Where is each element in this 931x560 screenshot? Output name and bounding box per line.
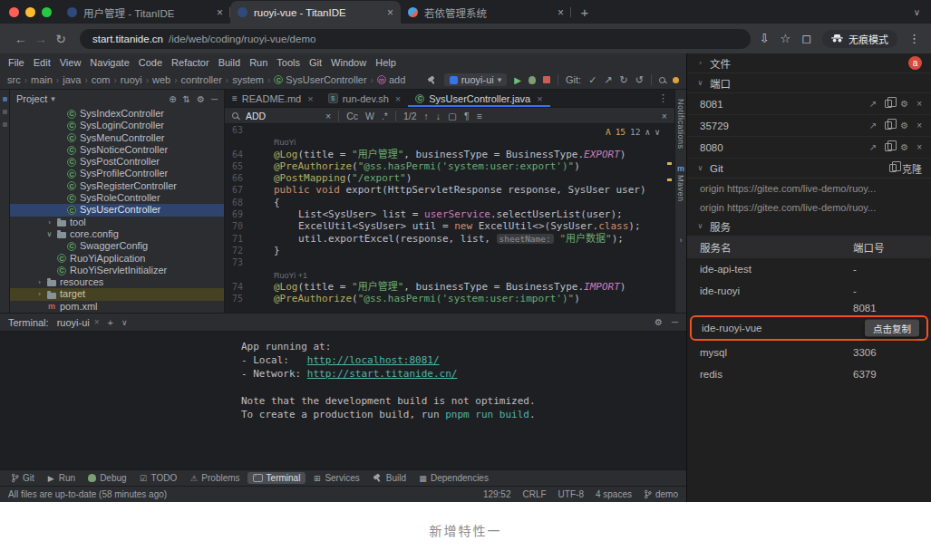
gear-icon[interactable]: ⚙ xyxy=(900,99,908,109)
bookmark-star-icon[interactable]: ☆ xyxy=(781,32,791,45)
service-row[interactable]: ide-ruoyi- xyxy=(687,280,931,302)
tree-item[interactable]: CRuoYiApplication xyxy=(10,253,224,265)
close-icon[interactable]: × xyxy=(916,99,922,109)
build-project-icon[interactable] xyxy=(427,75,437,85)
tree-item[interactable]: mpom.xml xyxy=(10,301,224,313)
maximize-window-button[interactable] xyxy=(42,7,52,17)
menu-item-run[interactable]: Run xyxy=(245,57,272,68)
section-files[interactable]: › 文件 a xyxy=(687,53,931,73)
menu-item-edit[interactable]: Edit xyxy=(29,57,55,68)
more-icon[interactable]: ⋮ xyxy=(652,90,674,107)
close-icon[interactable]: × xyxy=(916,142,922,152)
git-rollback-icon[interactable]: ↺ xyxy=(635,74,644,86)
forward-button[interactable]: → xyxy=(31,32,51,46)
prev-inspection-icon[interactable]: ∧ xyxy=(645,127,651,137)
git-branch[interactable]: demo xyxy=(644,489,678,499)
git-remote-row[interactable]: origin https://gitee.com/live-demo/ruoy.… xyxy=(687,198,931,217)
terminal-tab[interactable]: ruoyi-ui × xyxy=(57,317,100,328)
inspection-widget[interactable]: A 15 12 ∧ ∨ xyxy=(606,127,660,137)
tree-item[interactable]: CRuoYiServletInitializer xyxy=(10,265,224,276)
breadcrumb-item[interactable]: ruoyi xyxy=(121,74,142,85)
copy-icon[interactable] xyxy=(885,143,892,151)
tool-button-dependencies[interactable]: ▦Dependencies xyxy=(413,472,494,484)
hide-panel-icon[interactable]: ─ xyxy=(211,94,218,104)
project-stripe-icon[interactable] xyxy=(3,97,7,101)
port-row[interactable]: 8080↗⚙× xyxy=(687,137,931,159)
whole-words-toggle[interactable]: W xyxy=(365,111,374,121)
reload-button[interactable]: ↻ xyxy=(51,32,71,46)
pilcrow-icon[interactable]: ¶ xyxy=(464,111,470,121)
notification-dot[interactable] xyxy=(673,77,679,83)
browser-tab[interactable]: ruoyi-vue - TitanIDE× xyxy=(230,1,401,24)
search-everywhere-icon[interactable] xyxy=(659,77,665,83)
clone-button[interactable]: 克隆 xyxy=(889,161,922,176)
terminal-output[interactable]: App running at:- Local: http://localhost… xyxy=(0,332,686,421)
tree-item[interactable]: ›target xyxy=(10,288,224,300)
tree-item[interactable]: CSwaggerConfig xyxy=(10,240,224,252)
port-row[interactable]: 35729↗⚙× xyxy=(687,115,931,137)
regex-toggle[interactable]: .* xyxy=(382,111,388,121)
commit-stripe-icon[interactable] xyxy=(3,110,7,114)
menu-item-refactor[interactable]: Refactor xyxy=(167,57,214,68)
close-icon[interactable]: × xyxy=(395,93,401,104)
indent-setting[interactable]: 4 spaces xyxy=(596,489,632,499)
tool-button-todo[interactable]: ☑TODO xyxy=(134,472,183,484)
encoding[interactable]: UTF-8 xyxy=(558,489,584,499)
menu-item-help[interactable]: Help xyxy=(371,57,401,68)
open-external-icon[interactable]: ↗ xyxy=(869,121,877,130)
next-inspection-icon[interactable]: ∨ xyxy=(655,127,660,137)
tree-item[interactable]: CSysUserController xyxy=(10,204,224,216)
close-icon[interactable]: × xyxy=(537,93,542,104)
breadcrumb-member[interactable]: madd xyxy=(377,74,405,85)
terminal-dropdown-icon[interactable]: ∨ xyxy=(121,318,128,327)
gear-icon[interactable]: ⚙ xyxy=(655,317,663,327)
browser-tab[interactable]: 用户管理 - TitanIDE× xyxy=(60,1,230,24)
close-icon[interactable]: × xyxy=(307,93,313,104)
copy-icon[interactable] xyxy=(885,121,892,130)
tool-button-run[interactable]: ▶Run xyxy=(42,472,81,484)
menu-item-window[interactable]: Window xyxy=(326,57,371,68)
tree-item[interactable]: CSysProfileController xyxy=(10,168,224,179)
git-remote-row[interactable]: origin https://gitee.com/live-demo/ruoy.… xyxy=(687,179,931,198)
close-icon[interactable]: × xyxy=(94,317,100,327)
menu-item-navigate[interactable]: Navigate xyxy=(85,57,133,68)
tree-item[interactable]: ›tool xyxy=(10,217,224,228)
caret-position[interactable]: 129:52 xyxy=(483,489,511,499)
breadcrumb-item[interactable]: java xyxy=(63,74,81,85)
service-row[interactable]: ide-ruoyi-vue点击复制 xyxy=(690,315,928,341)
run-button[interactable]: ▶ xyxy=(514,75,521,85)
tab-notifications[interactable]: Notifications xyxy=(676,99,685,150)
git-update-icon[interactable]: ✓ xyxy=(588,74,596,86)
stop-button[interactable] xyxy=(543,76,550,83)
tool-button-git[interactable]: Git xyxy=(5,472,40,484)
menu-item-code[interactable]: Code xyxy=(134,57,167,68)
port-row[interactable]: 8081↗⚙× xyxy=(687,93,931,115)
git-push-icon[interactable]: ↗ xyxy=(604,74,612,86)
address-bar[interactable]: start.titanide.cn/ide/web/coding/ruoyi-v… xyxy=(80,29,751,49)
filter-icon[interactable]: ≡ xyxy=(477,111,482,121)
select-all-matches-icon[interactable]: ▢ xyxy=(448,111,457,121)
editor-tab[interactable]: CSysUserController.java× xyxy=(408,90,549,107)
service-row[interactable]: redis6379 xyxy=(687,363,931,385)
tree-item[interactable]: CSysNoticeController xyxy=(10,144,224,156)
structure-stripe-icon[interactable] xyxy=(3,122,7,127)
browser-menu-icon[interactable]: ⋮ xyxy=(908,32,920,45)
gear-icon[interactable]: ⚙ xyxy=(900,121,908,130)
run-config-selector[interactable]: ruoyi-ui ▾ xyxy=(444,73,508,86)
back-button[interactable]: ← xyxy=(11,32,31,46)
tab-close-icon[interactable]: × xyxy=(217,6,223,19)
breadcrumb-item[interactable]: main xyxy=(31,74,53,85)
prev-match-icon[interactable]: ↑ xyxy=(424,111,429,121)
tool-button-debug[interactable]: Debug xyxy=(82,472,131,484)
tree-item[interactable]: ›resources xyxy=(10,276,224,288)
code-author-hint[interactable]: RuoYi +1 xyxy=(274,271,307,280)
breadcrumb-class[interactable]: CSysUserController xyxy=(274,74,366,85)
breadcrumb-item[interactable]: system xyxy=(232,74,264,85)
git-refresh-icon[interactable]: ↻ xyxy=(620,74,628,86)
menu-item-view[interactable]: View xyxy=(55,57,86,68)
next-match-icon[interactable]: ↓ xyxy=(436,111,441,121)
section-ports[interactable]: ∨ 端口 xyxy=(687,73,931,93)
match-case-toggle[interactable]: Cc xyxy=(346,111,358,121)
section-git[interactable]: ∨ Git 克隆 xyxy=(687,159,931,179)
breadcrumb-item[interactable]: src xyxy=(7,74,21,85)
